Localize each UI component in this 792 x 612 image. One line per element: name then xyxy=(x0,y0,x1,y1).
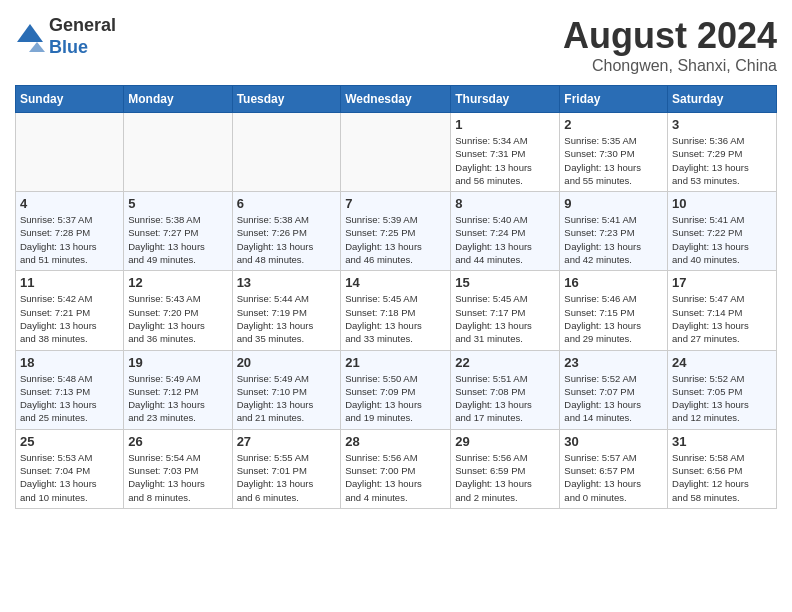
calendar-cell xyxy=(341,113,451,192)
day-number: 6 xyxy=(237,196,337,211)
calendar-cell: 14Sunrise: 5:45 AM Sunset: 7:18 PM Dayli… xyxy=(341,271,451,350)
day-info: Sunrise: 5:47 AM Sunset: 7:14 PM Dayligh… xyxy=(672,292,772,345)
day-number: 9 xyxy=(564,196,663,211)
day-info: Sunrise: 5:53 AM Sunset: 7:04 PM Dayligh… xyxy=(20,451,119,504)
calendar-cell: 15Sunrise: 5:45 AM Sunset: 7:17 PM Dayli… xyxy=(451,271,560,350)
day-number: 26 xyxy=(128,434,227,449)
day-number: 11 xyxy=(20,275,119,290)
day-header-tuesday: Tuesday xyxy=(232,86,341,113)
calendar-cell: 8Sunrise: 5:40 AM Sunset: 7:24 PM Daylig… xyxy=(451,192,560,271)
day-number: 10 xyxy=(672,196,772,211)
calendar-cell: 26Sunrise: 5:54 AM Sunset: 7:03 PM Dayli… xyxy=(124,429,232,508)
day-number: 30 xyxy=(564,434,663,449)
day-number: 22 xyxy=(455,355,555,370)
day-number: 15 xyxy=(455,275,555,290)
day-info: Sunrise: 5:52 AM Sunset: 7:07 PM Dayligh… xyxy=(564,372,663,425)
day-number: 12 xyxy=(128,275,227,290)
day-number: 3 xyxy=(672,117,772,132)
day-info: Sunrise: 5:38 AM Sunset: 7:27 PM Dayligh… xyxy=(128,213,227,266)
day-number: 4 xyxy=(20,196,119,211)
day-number: 31 xyxy=(672,434,772,449)
day-number: 28 xyxy=(345,434,446,449)
calendar-cell xyxy=(124,113,232,192)
day-number: 25 xyxy=(20,434,119,449)
calendar-cell: 16Sunrise: 5:46 AM Sunset: 7:15 PM Dayli… xyxy=(560,271,668,350)
day-header-monday: Monday xyxy=(124,86,232,113)
svg-marker-1 xyxy=(29,42,45,52)
day-info: Sunrise: 5:48 AM Sunset: 7:13 PM Dayligh… xyxy=(20,372,119,425)
day-number: 5 xyxy=(128,196,227,211)
day-number: 20 xyxy=(237,355,337,370)
header-row: SundayMondayTuesdayWednesdayThursdayFrid… xyxy=(16,86,777,113)
calendar-week-3: 11Sunrise: 5:42 AM Sunset: 7:21 PM Dayli… xyxy=(16,271,777,350)
day-info: Sunrise: 5:38 AM Sunset: 7:26 PM Dayligh… xyxy=(237,213,337,266)
day-header-friday: Friday xyxy=(560,86,668,113)
logo-text: General Blue xyxy=(49,15,116,58)
day-number: 23 xyxy=(564,355,663,370)
day-number: 17 xyxy=(672,275,772,290)
day-number: 13 xyxy=(237,275,337,290)
day-number: 21 xyxy=(345,355,446,370)
svg-marker-0 xyxy=(17,24,43,42)
calendar-week-1: 1Sunrise: 5:34 AM Sunset: 7:31 PM Daylig… xyxy=(16,113,777,192)
calendar-cell: 6Sunrise: 5:38 AM Sunset: 7:26 PM Daylig… xyxy=(232,192,341,271)
day-number: 7 xyxy=(345,196,446,211)
page-header: General Blue August 2024 Chongwen, Shanx… xyxy=(15,15,777,75)
calendar-cell: 28Sunrise: 5:56 AM Sunset: 7:00 PM Dayli… xyxy=(341,429,451,508)
calendar-cell: 20Sunrise: 5:49 AM Sunset: 7:10 PM Dayli… xyxy=(232,350,341,429)
calendar-cell: 9Sunrise: 5:41 AM Sunset: 7:23 PM Daylig… xyxy=(560,192,668,271)
day-info: Sunrise: 5:49 AM Sunset: 7:12 PM Dayligh… xyxy=(128,372,227,425)
day-number: 18 xyxy=(20,355,119,370)
day-header-wednesday: Wednesday xyxy=(341,86,451,113)
calendar-cell: 12Sunrise: 5:43 AM Sunset: 7:20 PM Dayli… xyxy=(124,271,232,350)
calendar-cell: 19Sunrise: 5:49 AM Sunset: 7:12 PM Dayli… xyxy=(124,350,232,429)
calendar-cell xyxy=(232,113,341,192)
calendar-cell: 23Sunrise: 5:52 AM Sunset: 7:07 PM Dayli… xyxy=(560,350,668,429)
day-info: Sunrise: 5:54 AM Sunset: 7:03 PM Dayligh… xyxy=(128,451,227,504)
day-info: Sunrise: 5:42 AM Sunset: 7:21 PM Dayligh… xyxy=(20,292,119,345)
calendar-cell xyxy=(16,113,124,192)
day-number: 16 xyxy=(564,275,663,290)
calendar-cell: 18Sunrise: 5:48 AM Sunset: 7:13 PM Dayli… xyxy=(16,350,124,429)
calendar-header: SundayMondayTuesdayWednesdayThursdayFrid… xyxy=(16,86,777,113)
day-info: Sunrise: 5:49 AM Sunset: 7:10 PM Dayligh… xyxy=(237,372,337,425)
calendar-cell: 24Sunrise: 5:52 AM Sunset: 7:05 PM Dayli… xyxy=(668,350,777,429)
calendar-cell: 31Sunrise: 5:58 AM Sunset: 6:56 PM Dayli… xyxy=(668,429,777,508)
day-info: Sunrise: 5:34 AM Sunset: 7:31 PM Dayligh… xyxy=(455,134,555,187)
day-info: Sunrise: 5:41 AM Sunset: 7:23 PM Dayligh… xyxy=(564,213,663,266)
day-info: Sunrise: 5:36 AM Sunset: 7:29 PM Dayligh… xyxy=(672,134,772,187)
calendar-cell: 30Sunrise: 5:57 AM Sunset: 6:57 PM Dayli… xyxy=(560,429,668,508)
day-info: Sunrise: 5:44 AM Sunset: 7:19 PM Dayligh… xyxy=(237,292,337,345)
day-info: Sunrise: 5:46 AM Sunset: 7:15 PM Dayligh… xyxy=(564,292,663,345)
day-number: 2 xyxy=(564,117,663,132)
page-title: August 2024 xyxy=(563,15,777,57)
logo-icon xyxy=(15,22,45,52)
day-info: Sunrise: 5:43 AM Sunset: 7:20 PM Dayligh… xyxy=(128,292,227,345)
day-info: Sunrise: 5:39 AM Sunset: 7:25 PM Dayligh… xyxy=(345,213,446,266)
calendar-cell: 29Sunrise: 5:56 AM Sunset: 6:59 PM Dayli… xyxy=(451,429,560,508)
calendar-cell: 10Sunrise: 5:41 AM Sunset: 7:22 PM Dayli… xyxy=(668,192,777,271)
day-info: Sunrise: 5:50 AM Sunset: 7:09 PM Dayligh… xyxy=(345,372,446,425)
day-info: Sunrise: 5:52 AM Sunset: 7:05 PM Dayligh… xyxy=(672,372,772,425)
page-subtitle: Chongwen, Shanxi, China xyxy=(563,57,777,75)
day-number: 27 xyxy=(237,434,337,449)
day-number: 24 xyxy=(672,355,772,370)
calendar-week-4: 18Sunrise: 5:48 AM Sunset: 7:13 PM Dayli… xyxy=(16,350,777,429)
title-block: August 2024 Chongwen, Shanxi, China xyxy=(563,15,777,75)
calendar-cell: 11Sunrise: 5:42 AM Sunset: 7:21 PM Dayli… xyxy=(16,271,124,350)
calendar-cell: 21Sunrise: 5:50 AM Sunset: 7:09 PM Dayli… xyxy=(341,350,451,429)
day-info: Sunrise: 5:57 AM Sunset: 6:57 PM Dayligh… xyxy=(564,451,663,504)
day-header-sunday: Sunday xyxy=(16,86,124,113)
day-info: Sunrise: 5:55 AM Sunset: 7:01 PM Dayligh… xyxy=(237,451,337,504)
day-info: Sunrise: 5:58 AM Sunset: 6:56 PM Dayligh… xyxy=(672,451,772,504)
calendar-cell: 2Sunrise: 5:35 AM Sunset: 7:30 PM Daylig… xyxy=(560,113,668,192)
calendar-week-5: 25Sunrise: 5:53 AM Sunset: 7:04 PM Dayli… xyxy=(16,429,777,508)
calendar-cell: 25Sunrise: 5:53 AM Sunset: 7:04 PM Dayli… xyxy=(16,429,124,508)
day-info: Sunrise: 5:45 AM Sunset: 7:18 PM Dayligh… xyxy=(345,292,446,345)
day-number: 1 xyxy=(455,117,555,132)
day-info: Sunrise: 5:41 AM Sunset: 7:22 PM Dayligh… xyxy=(672,213,772,266)
calendar-cell: 13Sunrise: 5:44 AM Sunset: 7:19 PM Dayli… xyxy=(232,271,341,350)
day-number: 8 xyxy=(455,196,555,211)
calendar-cell: 22Sunrise: 5:51 AM Sunset: 7:08 PM Dayli… xyxy=(451,350,560,429)
calendar-cell: 5Sunrise: 5:38 AM Sunset: 7:27 PM Daylig… xyxy=(124,192,232,271)
